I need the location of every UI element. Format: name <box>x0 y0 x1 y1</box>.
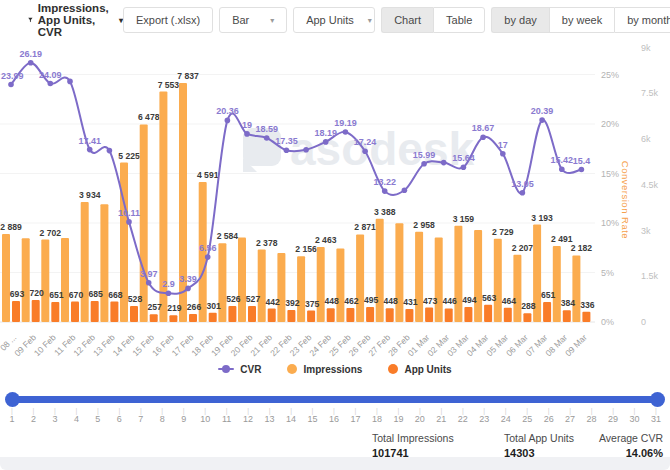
app-units-bar[interactable] <box>405 309 413 322</box>
app-units-bar[interactable] <box>71 302 79 322</box>
impressions-bar[interactable] <box>553 246 561 322</box>
impressions-bar[interactable] <box>22 238 30 322</box>
app-units-bar[interactable] <box>582 312 590 322</box>
cvr-point[interactable] <box>185 286 191 292</box>
impressions-bar[interactable] <box>513 255 521 322</box>
app-units-bar[interactable] <box>523 313 531 322</box>
cvr-point[interactable] <box>264 135 270 141</box>
impressions-bar[interactable] <box>61 238 69 322</box>
cvr-point[interactable] <box>146 280 152 286</box>
tab-chart[interactable]: Chart <box>381 7 433 33</box>
app-units-bar[interactable] <box>248 306 256 322</box>
export-xlsx-button[interactable]: Export (.xlsx) <box>123 7 213 33</box>
app-units-bar[interactable] <box>228 306 236 322</box>
tab-by-day[interactable]: by day <box>491 7 548 33</box>
app-units-bar[interactable] <box>464 307 472 322</box>
impressions-bar[interactable] <box>474 230 482 322</box>
app-units-bar[interactable] <box>346 308 354 322</box>
app-units-bar[interactable] <box>327 308 335 322</box>
impressions-bar[interactable] <box>435 238 443 323</box>
app-units-bar[interactable] <box>12 301 20 322</box>
impressions-bar[interactable] <box>317 247 325 322</box>
impressions-bar[interactable] <box>2 234 10 322</box>
tab-table[interactable]: Table <box>433 7 485 33</box>
app-units-bar[interactable] <box>445 308 453 322</box>
metrics-filter-dropdown[interactable]: Impressions, App Units, CVR ▾ <box>28 2 123 38</box>
cvr-point[interactable] <box>461 164 467 170</box>
cvr-point[interactable] <box>67 79 73 85</box>
app-units-bar[interactable] <box>543 302 551 322</box>
cvr-point[interactable] <box>107 148 113 154</box>
cvr-point[interactable] <box>520 190 526 196</box>
app-units-bar[interactable] <box>169 315 177 322</box>
impressions-bar[interactable] <box>258 250 266 323</box>
app-units-bar[interactable] <box>386 308 394 322</box>
cvr-point[interactable] <box>87 147 93 153</box>
app-units-bar[interactable] <box>110 302 118 322</box>
cvr-point[interactable] <box>402 188 408 194</box>
metric-select[interactable]: App Units ▾ <box>293 7 375 33</box>
legend-item-app-units[interactable]: App Units <box>388 364 451 375</box>
app-units-bar[interactable] <box>484 305 492 322</box>
cvr-point[interactable] <box>48 81 54 87</box>
cvr-point[interactable] <box>500 151 506 157</box>
cvr-point[interactable] <box>126 219 132 225</box>
app-units-bar[interactable] <box>150 314 158 322</box>
cvr-point[interactable] <box>539 117 545 123</box>
impressions-bar[interactable] <box>81 202 89 322</box>
cvr-point[interactable] <box>284 147 290 153</box>
app-units-bar[interactable] <box>504 308 512 322</box>
app-units-bar[interactable] <box>268 309 276 323</box>
cvr-point[interactable] <box>382 188 388 194</box>
app-units-bar[interactable] <box>209 313 217 322</box>
cvr-point[interactable] <box>205 254 211 260</box>
impressions-bar[interactable] <box>376 219 384 322</box>
cvr-point[interactable] <box>421 161 427 167</box>
cvr-point[interactable] <box>166 291 172 297</box>
app-units-bar[interactable] <box>32 300 40 322</box>
cvr-point[interactable] <box>28 60 34 66</box>
cvr-point[interactable] <box>225 118 231 124</box>
cvr-point[interactable] <box>362 149 368 155</box>
cvr-point[interactable] <box>343 129 349 135</box>
slider-track[interactable] <box>8 396 662 403</box>
chart-type-select[interactable]: Bar ▾ <box>219 7 287 33</box>
app-units-bar[interactable] <box>189 314 197 322</box>
impressions-bar[interactable] <box>238 237 246 322</box>
impressions-bar[interactable] <box>356 234 364 322</box>
app-units-bar[interactable] <box>51 302 59 322</box>
app-units-bar[interactable] <box>563 310 571 322</box>
cvr-point[interactable] <box>579 167 585 173</box>
cvr-point[interactable] <box>323 139 329 145</box>
slider-handle-end[interactable] <box>650 392 665 407</box>
legend-item-cvr[interactable]: CVR <box>218 364 261 375</box>
app-units-bar[interactable] <box>307 311 315 322</box>
impressions-bar[interactable] <box>100 204 108 322</box>
impressions-bar[interactable] <box>494 239 502 322</box>
impressions-bar[interactable] <box>454 226 462 322</box>
cvr-point[interactable] <box>303 147 309 153</box>
slider-handle-start[interactable] <box>5 392 20 407</box>
tab-by-month[interactable]: by month <box>614 7 670 33</box>
app-units-bar[interactable] <box>91 301 99 322</box>
tab-by-week[interactable]: by week <box>549 7 614 33</box>
impressions-bar[interactable] <box>297 256 305 322</box>
cvr-point[interactable] <box>244 131 250 137</box>
legend-item-impressions[interactable]: Impressions <box>287 364 362 375</box>
impressions-bar[interactable] <box>395 223 403 322</box>
cvr-point[interactable] <box>441 160 447 166</box>
app-units-bar[interactable] <box>287 310 295 322</box>
impressions-bar[interactable] <box>41 240 49 322</box>
impressions-bar[interactable] <box>336 249 344 322</box>
app-units-bar[interactable] <box>130 306 138 322</box>
impressions-bar[interactable] <box>572 255 580 322</box>
app-units-bar[interactable] <box>366 307 374 322</box>
cvr-point[interactable] <box>559 167 565 173</box>
cvr-point[interactable] <box>8 82 14 88</box>
impressions-bar[interactable] <box>277 253 285 322</box>
app-units-bar[interactable] <box>425 308 433 322</box>
impressions-bar[interactable] <box>140 124 148 322</box>
impressions-bar[interactable] <box>415 232 423 322</box>
cvr-point[interactable] <box>480 134 486 140</box>
impressions-bar[interactable] <box>179 83 187 322</box>
